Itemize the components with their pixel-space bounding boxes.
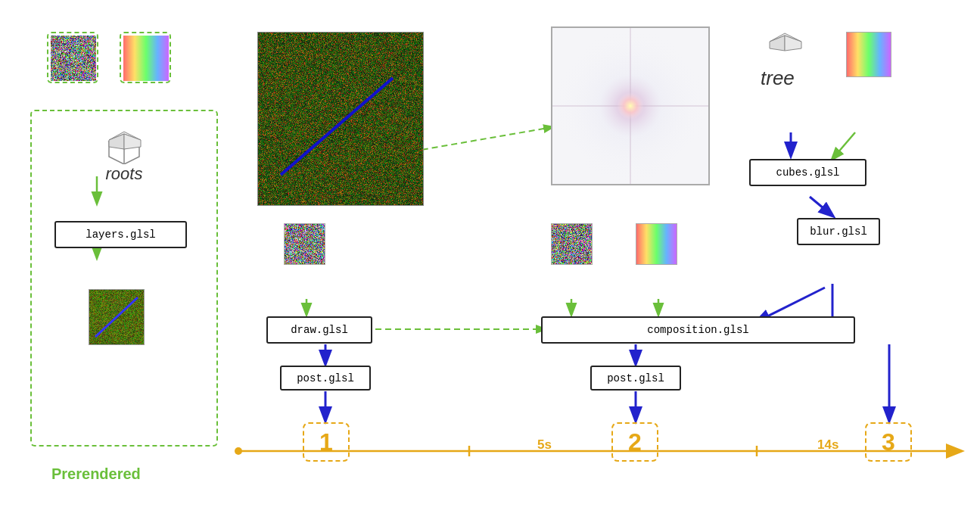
tree-label: tree	[761, 67, 795, 90]
layers-shader-box: layers.glsl	[54, 221, 187, 248]
post1-shader-label: post.glsl	[297, 372, 354, 384]
blur-shader-box: blur.glsl	[797, 218, 880, 245]
timeline-node-3-label: 3	[882, 428, 895, 456]
layers-output-texture	[89, 289, 145, 345]
roots-cube-icon	[105, 130, 143, 164]
svg-line-14	[810, 197, 832, 216]
draw-shader-label: draw.glsl	[291, 324, 348, 336]
cubes-shader-box: cubes.glsl	[749, 159, 866, 186]
composition-shader-box: composition.glsl	[541, 316, 855, 344]
draw-shader-box: draw.glsl	[266, 316, 372, 344]
prerendered-gradient-thumb-box	[120, 32, 171, 83]
layers-output-canvas	[89, 290, 144, 344]
svg-line-5	[412, 127, 552, 151]
frame1-render-canvas	[258, 33, 423, 205]
frame2-gradient-thumb	[636, 223, 677, 265]
frame2-fft-canvas	[552, 28, 708, 184]
timeline-node-1: 1	[303, 422, 350, 462]
frame3-gradient-inner	[847, 33, 891, 76]
post2-shader-label: post.glsl	[607, 372, 664, 384]
frame2-fft-large	[551, 26, 710, 185]
timeline-node-2: 2	[611, 422, 658, 462]
prerendered-label: Prerendered	[51, 465, 141, 483]
frame1-render-large	[257, 32, 424, 206]
blur-shader-label: blur.glsl	[810, 226, 867, 238]
prerendered-noise-thumb-box	[47, 32, 98, 83]
timeline-time-2: 14s	[817, 437, 838, 453]
noise-thumbnail-1	[51, 36, 96, 81]
cubes-shader-label: cubes.glsl	[776, 166, 839, 179]
frame3-gradient-thumb	[846, 32, 891, 77]
tree-cube-container	[766, 32, 804, 70]
timeline-node-2-label: 2	[628, 428, 642, 456]
frame1-noise-thumb	[284, 223, 325, 265]
post2-shader-box: post.glsl	[590, 366, 681, 391]
svg-line-13	[832, 132, 855, 159]
timeline-node-3: 3	[865, 422, 912, 462]
gradient-thumbnail-1	[123, 36, 169, 81]
composition-shader-label: composition.glsl	[647, 324, 748, 336]
roots-label: roots	[106, 164, 143, 184]
timeline-node-1-label: 1	[319, 428, 333, 456]
frame2-noise-thumb	[551, 223, 593, 265]
main-canvas: roots layers.glsl Prerendered draw.glsl …	[0, 0, 980, 529]
timeline-time-1: 5s	[537, 437, 552, 453]
tree-cube-icon	[766, 32, 804, 66]
post1-shader-box: post.glsl	[280, 366, 371, 391]
frame1-noise-canvas	[285, 224, 325, 264]
roots-cube-container	[105, 130, 143, 168]
prerendered-section-box: roots layers.glsl	[30, 110, 218, 447]
frame2-noise-canvas	[552, 224, 592, 264]
svg-point-18	[235, 447, 242, 455]
layers-shader-label: layers.glsl	[86, 229, 155, 241]
frame2-gradient-inner	[636, 224, 677, 264]
